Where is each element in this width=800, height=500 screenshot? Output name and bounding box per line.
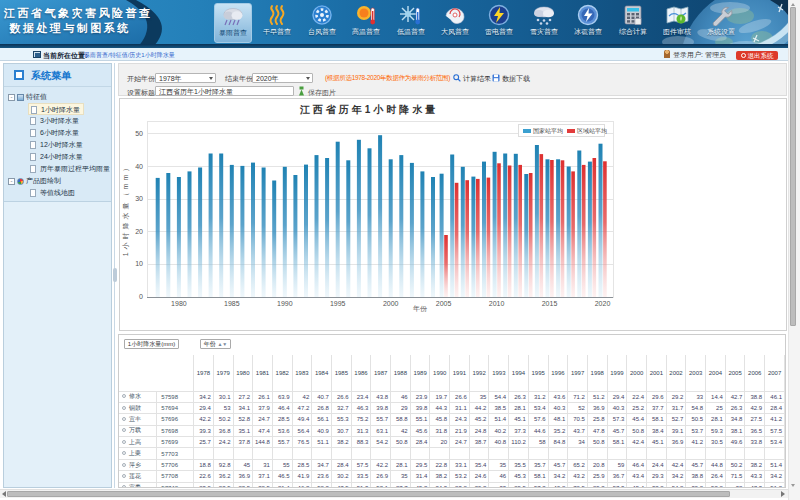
- svg-text:30: 30: [135, 195, 143, 202]
- svg-text:1985: 1985: [224, 300, 240, 307]
- svg-text:2000: 2000: [383, 300, 399, 307]
- svg-text:10: 10: [135, 260, 143, 267]
- svg-text:2020: 2020: [595, 300, 611, 307]
- svg-text:年份: 年份: [413, 305, 428, 313]
- svg-text:1995: 1995: [330, 300, 346, 307]
- svg-text:50: 50: [135, 130, 143, 137]
- svg-text:40: 40: [135, 163, 143, 170]
- svg-text:1980: 1980: [171, 300, 187, 307]
- svg-text:2005: 2005: [436, 300, 452, 307]
- svg-text:2010: 2010: [489, 300, 505, 307]
- svg-text:1990: 1990: [277, 300, 293, 307]
- svg-text:1小时降水量（mm）: 1小时降水量（mm）: [122, 162, 130, 257]
- svg-text:20: 20: [135, 228, 143, 235]
- svg-text:0: 0: [139, 293, 143, 300]
- svg-text:2015: 2015: [542, 300, 558, 307]
